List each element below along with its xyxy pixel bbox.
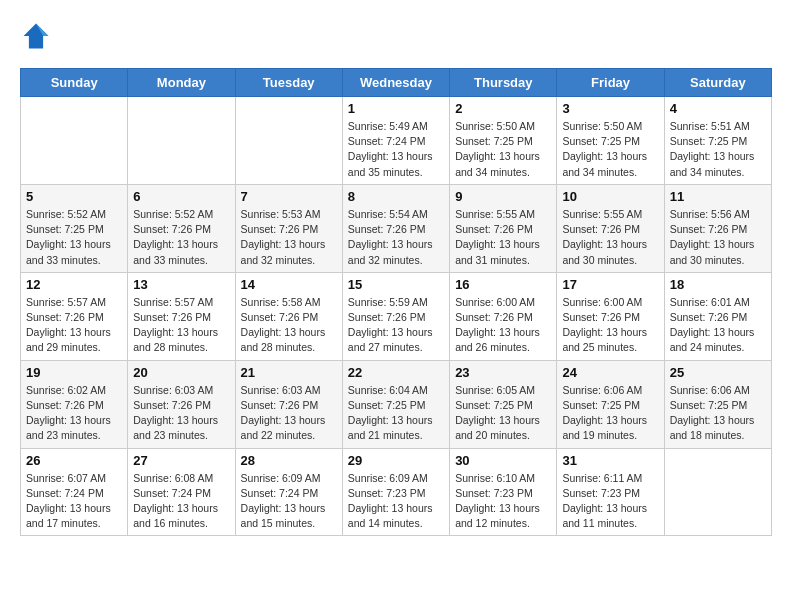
day-info: Sunrise: 5:57 AM Sunset: 7:26 PM Dayligh… — [133, 295, 229, 356]
day-number: 14 — [241, 277, 337, 292]
calendar-cell: 11Sunrise: 5:56 AM Sunset: 7:26 PM Dayli… — [664, 184, 771, 272]
day-number: 10 — [562, 189, 658, 204]
day-number: 11 — [670, 189, 766, 204]
calendar-cell: 19Sunrise: 6:02 AM Sunset: 7:26 PM Dayli… — [21, 360, 128, 448]
day-info: Sunrise: 5:52 AM Sunset: 7:26 PM Dayligh… — [133, 207, 229, 268]
day-info: Sunrise: 5:50 AM Sunset: 7:25 PM Dayligh… — [455, 119, 551, 180]
day-number: 13 — [133, 277, 229, 292]
logo — [20, 20, 56, 52]
calendar-cell: 17Sunrise: 6:00 AM Sunset: 7:26 PM Dayli… — [557, 272, 664, 360]
day-info: Sunrise: 6:11 AM Sunset: 7:23 PM Dayligh… — [562, 471, 658, 532]
day-info: Sunrise: 6:06 AM Sunset: 7:25 PM Dayligh… — [562, 383, 658, 444]
calendar-week-row: 12Sunrise: 5:57 AM Sunset: 7:26 PM Dayli… — [21, 272, 772, 360]
calendar-cell: 31Sunrise: 6:11 AM Sunset: 7:23 PM Dayli… — [557, 448, 664, 536]
calendar-week-row: 5Sunrise: 5:52 AM Sunset: 7:25 PM Daylig… — [21, 184, 772, 272]
day-number: 19 — [26, 365, 122, 380]
day-info: Sunrise: 6:00 AM Sunset: 7:26 PM Dayligh… — [455, 295, 551, 356]
weekday-header-row: SundayMondayTuesdayWednesdayThursdayFrid… — [21, 69, 772, 97]
calendar-week-row: 19Sunrise: 6:02 AM Sunset: 7:26 PM Dayli… — [21, 360, 772, 448]
day-number: 24 — [562, 365, 658, 380]
calendar-week-row: 26Sunrise: 6:07 AM Sunset: 7:24 PM Dayli… — [21, 448, 772, 536]
calendar-cell: 26Sunrise: 6:07 AM Sunset: 7:24 PM Dayli… — [21, 448, 128, 536]
calendar-cell: 1Sunrise: 5:49 AM Sunset: 7:24 PM Daylig… — [342, 97, 449, 185]
day-info: Sunrise: 6:08 AM Sunset: 7:24 PM Dayligh… — [133, 471, 229, 532]
calendar-cell: 10Sunrise: 5:55 AM Sunset: 7:26 PM Dayli… — [557, 184, 664, 272]
day-info: Sunrise: 5:53 AM Sunset: 7:26 PM Dayligh… — [241, 207, 337, 268]
day-number: 18 — [670, 277, 766, 292]
day-info: Sunrise: 5:55 AM Sunset: 7:26 PM Dayligh… — [562, 207, 658, 268]
calendar-cell: 24Sunrise: 6:06 AM Sunset: 7:25 PM Dayli… — [557, 360, 664, 448]
calendar-cell: 22Sunrise: 6:04 AM Sunset: 7:25 PM Dayli… — [342, 360, 449, 448]
calendar-cell: 5Sunrise: 5:52 AM Sunset: 7:25 PM Daylig… — [21, 184, 128, 272]
day-number: 12 — [26, 277, 122, 292]
day-info: Sunrise: 6:04 AM Sunset: 7:25 PM Dayligh… — [348, 383, 444, 444]
day-number: 17 — [562, 277, 658, 292]
day-number: 21 — [241, 365, 337, 380]
calendar-cell: 18Sunrise: 6:01 AM Sunset: 7:26 PM Dayli… — [664, 272, 771, 360]
day-number: 26 — [26, 453, 122, 468]
day-info: Sunrise: 6:06 AM Sunset: 7:25 PM Dayligh… — [670, 383, 766, 444]
day-info: Sunrise: 5:50 AM Sunset: 7:25 PM Dayligh… — [562, 119, 658, 180]
calendar-cell — [664, 448, 771, 536]
calendar-cell: 8Sunrise: 5:54 AM Sunset: 7:26 PM Daylig… — [342, 184, 449, 272]
weekday-header-friday: Friday — [557, 69, 664, 97]
day-info: Sunrise: 5:49 AM Sunset: 7:24 PM Dayligh… — [348, 119, 444, 180]
calendar-cell: 27Sunrise: 6:08 AM Sunset: 7:24 PM Dayli… — [128, 448, 235, 536]
calendar-cell: 13Sunrise: 5:57 AM Sunset: 7:26 PM Dayli… — [128, 272, 235, 360]
day-info: Sunrise: 6:01 AM Sunset: 7:26 PM Dayligh… — [670, 295, 766, 356]
day-number: 8 — [348, 189, 444, 204]
day-info: Sunrise: 6:03 AM Sunset: 7:26 PM Dayligh… — [133, 383, 229, 444]
weekday-header-sunday: Sunday — [21, 69, 128, 97]
weekday-header-monday: Monday — [128, 69, 235, 97]
weekday-header-thursday: Thursday — [450, 69, 557, 97]
page-header — [20, 20, 772, 52]
weekday-header-tuesday: Tuesday — [235, 69, 342, 97]
day-number: 31 — [562, 453, 658, 468]
day-number: 27 — [133, 453, 229, 468]
calendar-table: SundayMondayTuesdayWednesdayThursdayFrid… — [20, 68, 772, 536]
day-info: Sunrise: 6:09 AM Sunset: 7:24 PM Dayligh… — [241, 471, 337, 532]
calendar-week-row: 1Sunrise: 5:49 AM Sunset: 7:24 PM Daylig… — [21, 97, 772, 185]
calendar-cell: 3Sunrise: 5:50 AM Sunset: 7:25 PM Daylig… — [557, 97, 664, 185]
day-number: 30 — [455, 453, 551, 468]
day-number: 1 — [348, 101, 444, 116]
logo-icon — [20, 20, 52, 52]
weekday-header-wednesday: Wednesday — [342, 69, 449, 97]
day-number: 5 — [26, 189, 122, 204]
calendar-cell: 25Sunrise: 6:06 AM Sunset: 7:25 PM Dayli… — [664, 360, 771, 448]
day-info: Sunrise: 5:58 AM Sunset: 7:26 PM Dayligh… — [241, 295, 337, 356]
day-info: Sunrise: 5:52 AM Sunset: 7:25 PM Dayligh… — [26, 207, 122, 268]
day-number: 4 — [670, 101, 766, 116]
day-info: Sunrise: 5:59 AM Sunset: 7:26 PM Dayligh… — [348, 295, 444, 356]
calendar-cell: 6Sunrise: 5:52 AM Sunset: 7:26 PM Daylig… — [128, 184, 235, 272]
calendar-cell: 21Sunrise: 6:03 AM Sunset: 7:26 PM Dayli… — [235, 360, 342, 448]
day-info: Sunrise: 5:57 AM Sunset: 7:26 PM Dayligh… — [26, 295, 122, 356]
day-info: Sunrise: 5:55 AM Sunset: 7:26 PM Dayligh… — [455, 207, 551, 268]
day-number: 23 — [455, 365, 551, 380]
day-number: 6 — [133, 189, 229, 204]
day-info: Sunrise: 6:02 AM Sunset: 7:26 PM Dayligh… — [26, 383, 122, 444]
day-info: Sunrise: 6:09 AM Sunset: 7:23 PM Dayligh… — [348, 471, 444, 532]
day-info: Sunrise: 5:51 AM Sunset: 7:25 PM Dayligh… — [670, 119, 766, 180]
calendar-cell: 29Sunrise: 6:09 AM Sunset: 7:23 PM Dayli… — [342, 448, 449, 536]
weekday-header-saturday: Saturday — [664, 69, 771, 97]
calendar-cell: 30Sunrise: 6:10 AM Sunset: 7:23 PM Dayli… — [450, 448, 557, 536]
day-number: 2 — [455, 101, 551, 116]
day-number: 7 — [241, 189, 337, 204]
day-info: Sunrise: 5:54 AM Sunset: 7:26 PM Dayligh… — [348, 207, 444, 268]
day-number: 25 — [670, 365, 766, 380]
day-info: Sunrise: 6:10 AM Sunset: 7:23 PM Dayligh… — [455, 471, 551, 532]
calendar-cell: 20Sunrise: 6:03 AM Sunset: 7:26 PM Dayli… — [128, 360, 235, 448]
calendar-cell: 7Sunrise: 5:53 AM Sunset: 7:26 PM Daylig… — [235, 184, 342, 272]
day-info: Sunrise: 6:07 AM Sunset: 7:24 PM Dayligh… — [26, 471, 122, 532]
day-number: 28 — [241, 453, 337, 468]
day-number: 29 — [348, 453, 444, 468]
day-info: Sunrise: 6:05 AM Sunset: 7:25 PM Dayligh… — [455, 383, 551, 444]
calendar-cell: 4Sunrise: 5:51 AM Sunset: 7:25 PM Daylig… — [664, 97, 771, 185]
calendar-cell: 15Sunrise: 5:59 AM Sunset: 7:26 PM Dayli… — [342, 272, 449, 360]
calendar-cell: 2Sunrise: 5:50 AM Sunset: 7:25 PM Daylig… — [450, 97, 557, 185]
calendar-cell: 12Sunrise: 5:57 AM Sunset: 7:26 PM Dayli… — [21, 272, 128, 360]
day-number: 9 — [455, 189, 551, 204]
calendar-cell — [235, 97, 342, 185]
day-number: 3 — [562, 101, 658, 116]
